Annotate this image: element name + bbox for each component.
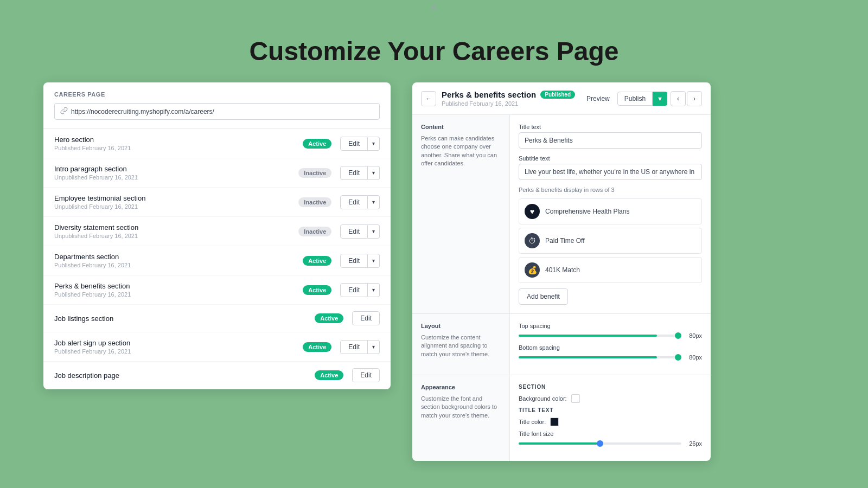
- publish-dropdown-button[interactable]: ▼: [653, 92, 667, 106]
- edit-dropdown-button[interactable]: ▾: [368, 137, 380, 151]
- edit-button-group: Edit▾: [340, 254, 380, 268]
- bottom-spacing-label: Bottom spacing: [519, 344, 702, 351]
- heart-icon: ♥: [525, 204, 540, 219]
- status-badge: Active: [303, 285, 331, 295]
- edit-dropdown-button[interactable]: ▾: [368, 283, 380, 297]
- edit-button[interactable]: Edit: [352, 368, 380, 382]
- edit-dropdown-button[interactable]: ▾: [368, 254, 380, 268]
- main-content: CAREERS PAGE https://nocoderecruiting.my…: [0, 82, 868, 461]
- careers-panel: CAREERS PAGE https://nocoderecruiting.my…: [43, 82, 391, 389]
- edit-dropdown-button[interactable]: ▾: [368, 195, 380, 209]
- careers-panel-title: CAREERS PAGE: [54, 91, 380, 98]
- edit-dropdown-button[interactable]: ▾: [368, 166, 380, 180]
- section-date: Published February 16, 2021: [54, 262, 303, 268]
- chevron-up-icon[interactable]: ∧: [0, 0, 868, 15]
- section-date: Published February 16, 2021: [54, 348, 303, 355]
- preview-button[interactable]: Preview: [582, 93, 614, 105]
- section-row: Job listings sectionActiveEdit: [43, 305, 391, 332]
- nav-prev-button[interactable]: ‹: [671, 91, 686, 106]
- bottom-spacing-thumb[interactable]: [675, 354, 681, 361]
- edit-button[interactable]: Edit: [340, 224, 368, 239]
- section-row: Departments sectionPublished February 16…: [43, 246, 391, 275]
- edit-button[interactable]: Edit: [352, 311, 380, 325]
- font-size-fill: [519, 442, 600, 445]
- title-color-swatch[interactable]: [550, 418, 559, 426]
- bottom-spacing-slider-row: 80px: [519, 354, 702, 361]
- edit-button[interactable]: Edit: [340, 254, 368, 268]
- edit-dropdown-button[interactable]: ▾: [368, 224, 380, 239]
- status-badge: Active: [303, 342, 331, 352]
- status-badge: Active: [303, 139, 331, 149]
- nav-next-button[interactable]: ›: [687, 91, 702, 106]
- font-size-track: [519, 442, 681, 445]
- appearance-label: Appearance: [421, 384, 501, 390]
- edit-button[interactable]: Edit: [340, 166, 368, 180]
- section-row: Diversity statement sectionUnpublished F…: [43, 217, 391, 246]
- bg-color-swatch[interactable]: [571, 394, 580, 403]
- section-info: Hero sectionPublished February 16, 2021: [54, 136, 303, 151]
- appearance-content: SECTION Background color: TITLE TEXT Tit…: [510, 375, 711, 461]
- edit-button[interactable]: Edit: [340, 283, 368, 297]
- benefit-item[interactable]: ♥Comprehensive Health Plans: [519, 198, 702, 224]
- edit-button[interactable]: Edit: [340, 137, 368, 151]
- layout-label: Layout: [421, 323, 501, 329]
- section-name: Job description page: [54, 371, 315, 380]
- edit-button[interactable]: Edit: [340, 195, 368, 209]
- section-info: Job description page: [54, 371, 315, 380]
- top-spacing-slider-row: 80px: [519, 332, 702, 339]
- section-name: Diversity statement section: [54, 223, 298, 232]
- section-name: Perks & benefits section: [54, 282, 303, 290]
- section-date: Unpublished February 16, 2021: [54, 174, 298, 181]
- title-text-sub-label: TITLE TEXT: [519, 407, 702, 413]
- title-color-row: Title color:: [519, 418, 702, 426]
- section-row: Perks & benefits sectionPublished Februa…: [43, 275, 391, 305]
- font-size-value: 26px: [686, 440, 702, 447]
- nav-buttons: ‹ ›: [671, 91, 702, 106]
- section-row: Job alert sign up sectionPublished Febru…: [43, 332, 391, 362]
- appearance-description: Customize the font and section backgroun…: [421, 395, 501, 420]
- content-label: Content: [421, 124, 501, 130]
- bg-color-label: Background color:: [519, 395, 567, 402]
- font-size-thumb[interactable]: [597, 440, 603, 447]
- section-row: Hero sectionPublished February 16, 2021A…: [43, 129, 391, 158]
- edit-button-group: Edit▾: [340, 283, 380, 297]
- benefits-list: ♥Comprehensive Health Plans⏱Paid Time Of…: [519, 198, 702, 283]
- status-badge: Active: [315, 313, 343, 323]
- section-name: Job listings section: [54, 314, 315, 323]
- content-description: Perks can make candidates choose one com…: [421, 134, 501, 168]
- layout-sidebar: Layout Customize the content alignment a…: [412, 314, 510, 375]
- content-area: Title text Subtitle text Perks & benefit…: [510, 115, 711, 313]
- edit-button-group: Edit▾: [340, 195, 380, 209]
- benefit-item[interactable]: ⏱Paid Time Off: [519, 228, 702, 254]
- bottom-spacing-fill: [519, 356, 657, 358]
- appearance-sidebar: Appearance Customize the font and sectio…: [412, 375, 510, 461]
- status-badge: Inactive: [298, 168, 331, 178]
- publish-button[interactable]: Publish: [617, 92, 653, 106]
- section-name: Hero section: [54, 136, 303, 144]
- section-date: Unpublished February 16, 2021: [54, 233, 298, 239]
- section-info: Diversity statement sectionUnpublished F…: [54, 223, 298, 239]
- section-sub-label: SECTION: [519, 384, 702, 390]
- edit-panel-body: Content Perks can make candidates choose…: [412, 115, 711, 461]
- back-button[interactable]: ←: [421, 91, 436, 106]
- edit-panel: ← Perks & benefits section Published Pub…: [412, 82, 711, 461]
- status-badge: Active: [303, 256, 331, 266]
- published-badge: Published: [540, 91, 575, 99]
- top-spacing-track: [519, 335, 681, 337]
- font-size-slider-row: 26px: [519, 440, 702, 447]
- subtitle-text-input[interactable]: [519, 164, 702, 180]
- section-row: Job description pageActiveEdit: [43, 362, 391, 389]
- edit-button[interactable]: Edit: [340, 340, 368, 354]
- header-actions: Preview Publish ▼ ‹ ›: [582, 91, 702, 106]
- status-badge: Inactive: [298, 197, 331, 207]
- bg-color-row: Background color:: [519, 394, 702, 403]
- top-spacing-thumb[interactable]: [675, 332, 681, 339]
- add-benefit-button[interactable]: Add benefit: [519, 288, 568, 305]
- benefit-item[interactable]: 💰401K Match: [519, 257, 702, 283]
- url-bar: https://nocoderecruiting.myshopify.com/a…: [54, 103, 380, 120]
- careers-panel-header: CAREERS PAGE https://nocoderecruiting.my…: [43, 82, 391, 129]
- edit-dropdown-button[interactable]: ▾: [368, 340, 380, 354]
- title-text-input[interactable]: [519, 132, 702, 149]
- edit-button-group: Edit▾: [340, 224, 380, 239]
- title-color-label: Title color:: [519, 419, 546, 425]
